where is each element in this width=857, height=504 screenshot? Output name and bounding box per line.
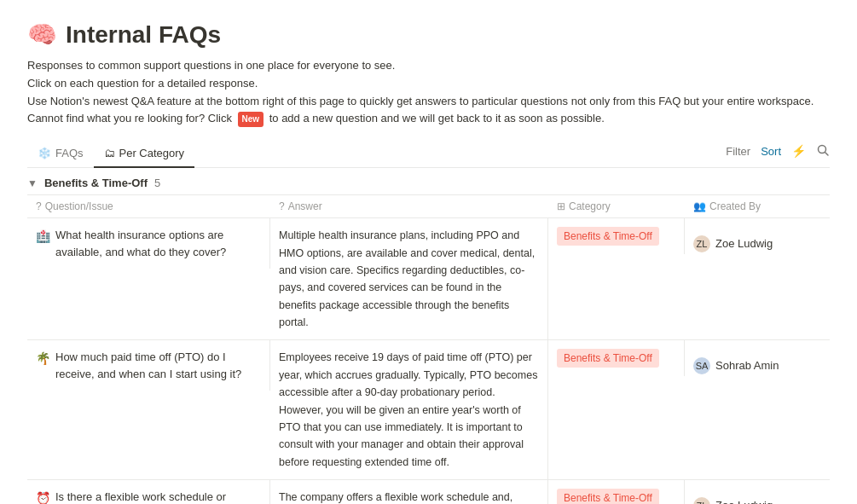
page-title-container: 🧠 Internal FAQs [27,20,830,49]
col-header-category: ⊞ Category [548,195,685,217]
cell-creator-0: ZL Zoe Ludwig [685,218,830,261]
question-emoji-1: 🌴 [36,350,50,368]
table-rows: 🏥 What health insurance options are avai… [27,218,830,504]
group-count: 5 [154,177,160,189]
question-emoji-2: ⏰ [36,490,50,504]
cell-category-1: Benefits & Time-Off [548,340,685,376]
tab-per-category-label: Per Category [119,147,185,159]
col-question-label: Question/Issue [45,200,113,212]
lightning-button[interactable]: ⚡ [791,144,806,158]
col-created-by-label: Created By [709,200,761,212]
creator-name-2: Zoe Ludwig [715,497,773,504]
group-name: Benefits & Time-Off [44,177,148,189]
page-title: Internal FAQs [66,21,221,49]
col-header-created-by: 👥 Created By [685,195,830,217]
answer-col-icon: ? [279,200,285,212]
question-text-0: What health insurance options are availa… [55,227,261,260]
table-header: ? Question/Issue ? Answer ⊞ Category 👥 C… [27,194,830,218]
question-emoji-0: 🏥 [36,228,50,246]
cell-answer-0: Multiple health insurance plans, includi… [270,218,548,339]
tabs-bar: ❄️ FAQs 🗂 Per Category Filter Sort ⚡ [27,142,830,168]
cell-answer-2: The company offers a flexible work sched… [270,480,548,504]
answer-text-1: Employees receive 19 days of paid time o… [279,351,537,467]
table-row[interactable]: 🏥 What health insurance options are avai… [27,218,830,340]
faqs-icon: ❄️ [38,147,51,159]
table-row[interactable]: 🌴 How much paid time off (PTO) do I rece… [27,340,830,480]
sort-button[interactable]: Sort [761,145,781,158]
tab-faqs[interactable]: ❄️ FAQs [27,142,94,168]
avatar-1: SA [693,357,710,374]
table-row[interactable]: ⏰ Is there a flexible work schedule or r… [27,480,830,504]
filter-button[interactable]: Filter [726,145,750,158]
desc-line-4: Cannot find what you re looking for? Cli… [27,110,830,128]
category-badge-0: Benefits & Time-Off [557,227,659,246]
category-badge-1: Benefits & Time-Off [557,349,659,368]
page-container: 🧠 Internal FAQs Responses to common supp… [0,0,857,504]
desc-line-3: Use Notion's newest Q&A feature at the b… [27,93,830,111]
question-text-1: How much paid time off (PTO) do I receiv… [55,349,261,382]
avatar-2: ZL [693,497,710,504]
category-badge-2: Benefits & Time-Off [557,489,659,504]
page-description: Responses to common support questions in… [27,57,830,128]
cell-category-0: Benefits & Time-Off [548,218,685,254]
question-col-icon: ? [36,200,42,212]
new-badge[interactable]: New [238,112,264,127]
answer-text-2: The company offers a flexible work sched… [279,491,536,504]
tab-per-category[interactable]: 🗂 Per Category [94,142,195,168]
brain-icon: 🧠 [27,20,57,49]
toolbar-right: Filter Sort ⚡ [726,143,830,166]
cell-creator-2: ZL Zoe Ludwig [685,480,830,504]
col-answer-label: Answer [288,200,322,212]
cell-question-1: 🌴 How much paid time off (PTO) do I rece… [27,340,270,391]
search-button[interactable] [816,143,830,159]
cell-category-2: Benefits & Time-Off [548,480,685,504]
database-section: ▼ Benefits & Time-Off 5 ? Question/Issue… [27,168,830,504]
group-toggle[interactable]: ▼ [27,177,38,189]
cell-answer-1: Employees receive 19 days of paid time o… [270,340,548,479]
col-header-answer: ? Answer [270,195,548,217]
col-category-label: Category [569,200,611,212]
cell-question-0: 🏥 What health insurance options are avai… [27,218,270,269]
creator-name-1: Sohrab Amin [715,357,779,374]
creator-name-0: Zoe Ludwig [715,235,773,252]
desc-line-1: Responses to common support questions in… [27,57,830,75]
category-col-icon: ⊞ [557,200,565,212]
avatar-0: ZL [693,235,710,252]
cell-creator-1: SA Sohrab Amin [685,340,830,383]
created-by-col-icon: 👥 [693,200,706,212]
per-category-icon: 🗂 [104,147,115,159]
tab-faqs-label: FAQs [55,147,84,159]
answer-text-0: Multiple health insurance plans, includi… [279,229,535,328]
desc-line-2: Click on each question for a detailed re… [27,75,830,93]
question-text-2: Is there a flexible work schedule or rem… [55,489,261,504]
group-header: ▼ Benefits & Time-Off 5 [27,168,830,194]
svg-line-1 [825,152,829,155]
col-header-question: ? Question/Issue [27,195,270,217]
cell-question-2: ⏰ Is there a flexible work schedule or r… [27,480,270,504]
